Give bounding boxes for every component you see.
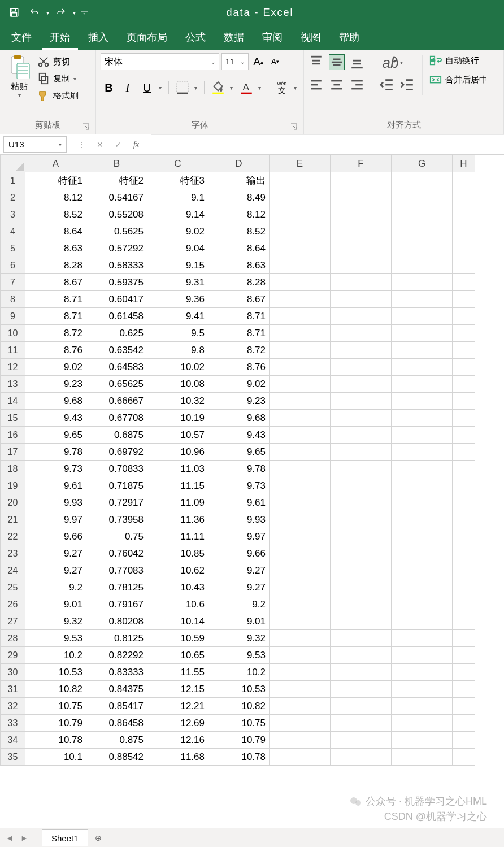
cell-E26[interactable] (270, 596, 331, 613)
cell-C3[interactable]: 9.14 (147, 206, 208, 223)
row-header-33[interactable]: 33 (1, 715, 25, 732)
cell-A24[interactable]: 9.27 (25, 562, 86, 579)
cell-B3[interactable]: 0.55208 (86, 206, 147, 223)
cell-D32[interactable]: 10.82 (208, 698, 270, 715)
cell-F35[interactable] (331, 749, 392, 766)
column-header-B[interactable]: B (86, 155, 147, 172)
row-header-12[interactable]: 12 (1, 359, 25, 376)
cell-D29[interactable]: 9.53 (208, 647, 270, 664)
row-header-23[interactable]: 23 (1, 545, 25, 562)
cell-F22[interactable] (331, 528, 392, 545)
cell-F34[interactable] (331, 732, 392, 749)
cell-A25[interactable]: 9.2 (25, 579, 86, 596)
cell-B27[interactable]: 0.80208 (86, 613, 147, 630)
cell-E1[interactable] (270, 172, 331, 189)
row-header-4[interactable]: 4 (1, 223, 25, 240)
cell-D20[interactable]: 9.61 (208, 494, 270, 511)
ribbon-tab-1[interactable]: 开始 (42, 25, 78, 50)
cell-D15[interactable]: 9.68 (208, 410, 270, 427)
cell-D1[interactable]: 输出 (208, 172, 270, 189)
cell-F11[interactable] (331, 342, 392, 359)
row-header-22[interactable]: 22 (1, 528, 25, 545)
cell-B8[interactable]: 0.60417 (86, 291, 147, 308)
cell-H9[interactable] (453, 308, 475, 325)
cell-G10[interactable] (392, 325, 453, 342)
cell-E32[interactable] (270, 698, 331, 715)
cell-E34[interactable] (270, 732, 331, 749)
increase-indent-button[interactable] (399, 77, 415, 93)
border-dropdown[interactable]: ▾ (192, 79, 199, 96)
cell-E16[interactable] (270, 427, 331, 444)
cell-H1[interactable] (453, 172, 475, 189)
cell-D23[interactable]: 9.66 (208, 545, 270, 562)
cell-B18[interactable]: 0.70833 (86, 461, 147, 477)
cell-E30[interactable] (270, 664, 331, 681)
cell-F20[interactable] (331, 494, 392, 511)
cell-E8[interactable] (270, 291, 331, 308)
row-header-6[interactable]: 6 (1, 257, 25, 274)
cell-A10[interactable]: 8.72 (25, 325, 86, 342)
cell-B13[interactable]: 0.65625 (86, 376, 147, 393)
cell-A2[interactable]: 8.12 (25, 189, 86, 206)
row-header-18[interactable]: 18 (1, 461, 25, 477)
cell-D10[interactable]: 8.71 (208, 325, 270, 342)
cell-C5[interactable]: 9.04 (147, 240, 208, 257)
cell-B6[interactable]: 0.58333 (86, 257, 147, 274)
cell-A4[interactable]: 8.64 (25, 223, 86, 240)
cell-H13[interactable] (453, 376, 475, 393)
cell-F8[interactable] (331, 291, 392, 308)
row-header-30[interactable]: 30 (1, 664, 25, 681)
column-header-E[interactable]: E (270, 155, 331, 172)
cell-E14[interactable] (270, 393, 331, 410)
cell-C32[interactable]: 12.21 (147, 698, 208, 715)
cell-F10[interactable] (331, 325, 392, 342)
cell-F9[interactable] (331, 308, 392, 325)
cell-A29[interactable]: 10.2 (25, 647, 86, 664)
cell-D24[interactable]: 9.27 (208, 562, 270, 579)
cell-C30[interactable]: 11.55 (147, 664, 208, 681)
fill-color-dropdown[interactable]: ▾ (227, 79, 235, 96)
sheet-tab[interactable]: Sheet1 (42, 829, 88, 846)
cell-H11[interactable] (453, 342, 475, 359)
cell-E23[interactable] (270, 545, 331, 562)
cell-A34[interactable]: 10.78 (25, 732, 86, 749)
cell-A11[interactable]: 8.76 (25, 342, 86, 359)
ribbon-tab-3[interactable]: 页面布局 (119, 25, 175, 50)
cell-B34[interactable]: 0.875 (86, 732, 147, 749)
cell-C27[interactable]: 10.14 (147, 613, 208, 630)
column-header-D[interactable]: D (208, 155, 270, 172)
cell-C18[interactable]: 11.03 (147, 461, 208, 477)
paste-button[interactable]: 粘贴 ▾ (5, 53, 34, 101)
cell-B2[interactable]: 0.54167 (86, 189, 147, 206)
cell-B21[interactable]: 0.73958 (86, 511, 147, 528)
redo-button[interactable] (53, 4, 69, 21)
cell-F18[interactable] (331, 461, 392, 477)
cell-A12[interactable]: 9.02 (25, 359, 86, 376)
cell-G14[interactable] (392, 393, 453, 410)
cell-F23[interactable] (331, 545, 392, 562)
row-header-28[interactable]: 28 (1, 630, 25, 647)
cell-C22[interactable]: 11.11 (147, 528, 208, 545)
cell-A17[interactable]: 9.78 (25, 444, 86, 461)
cell-H15[interactable] (453, 410, 475, 427)
cell-H3[interactable] (453, 206, 475, 223)
cell-F12[interactable] (331, 359, 392, 376)
align-center-button[interactable] (329, 77, 345, 93)
font-color-dropdown[interactable]: ▾ (255, 79, 263, 96)
cell-D12[interactable]: 8.76 (208, 359, 270, 376)
cell-F26[interactable] (331, 596, 392, 613)
row-header-7[interactable]: 7 (1, 274, 25, 291)
cell-H24[interactable] (453, 562, 475, 579)
cell-C16[interactable]: 10.57 (147, 427, 208, 444)
undo-button[interactable] (26, 4, 43, 21)
cell-C13[interactable]: 10.08 (147, 376, 208, 393)
clipboard-dialog-launcher-icon[interactable] (82, 123, 90, 131)
cell-B11[interactable]: 0.63542 (86, 342, 147, 359)
cell-D7[interactable]: 8.28 (208, 274, 270, 291)
cell-A9[interactable]: 8.71 (25, 308, 86, 325)
row-header-1[interactable]: 1 (1, 172, 25, 189)
cell-H12[interactable] (453, 359, 475, 376)
cell-E20[interactable] (270, 494, 331, 511)
cell-E27[interactable] (270, 613, 331, 630)
font-color-button[interactable]: A (237, 79, 255, 96)
